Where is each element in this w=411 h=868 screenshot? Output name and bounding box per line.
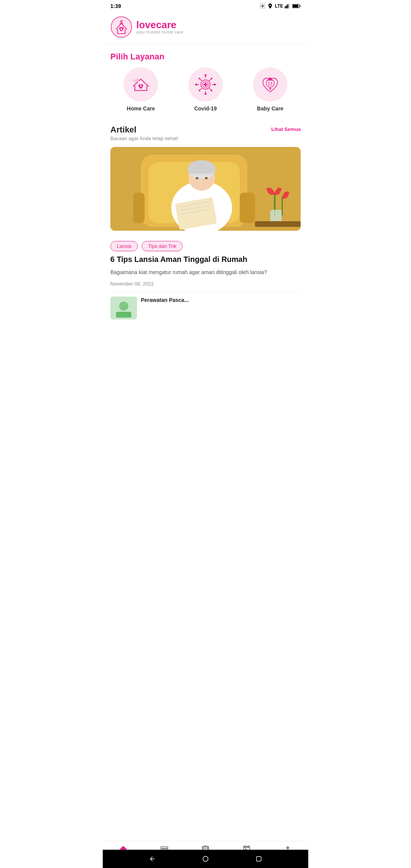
- svg-rect-6: [300, 5, 301, 7]
- svg-point-11: [120, 20, 123, 23]
- artikel-title: Artikel: [110, 125, 178, 135]
- article-card-1[interactable]: Lansia Tips dan Trik 6 Tips Lansia Aman …: [103, 147, 308, 287]
- artikel-section: Artikel Bacaan agar Anda tetap sehat! Li…: [103, 121, 308, 325]
- logo-text: lovecare your trusted home care: [136, 20, 183, 34]
- article-image-container: [110, 147, 301, 231]
- article-tags: Lansia Tips dan Trik: [110, 236, 301, 254]
- svg-rect-14: [140, 86, 142, 86]
- settings-icon: [260, 3, 266, 9]
- recent-square-icon: [256, 856, 262, 862]
- article-main-title-1: 6 Tips Lansia Aman Tinggal di Rumah: [110, 254, 301, 264]
- svg-point-24: [204, 93, 206, 95]
- svg-rect-50: [240, 193, 255, 223]
- android-back-button[interactable]: [148, 855, 156, 863]
- logo-sub-text: your trusted home care: [136, 30, 183, 34]
- svg-point-17: [133, 79, 135, 82]
- baby-care-svg: [257, 71, 284, 98]
- app-header: lovecare your trusted home care: [103, 12, 308, 44]
- services-row: Home Care: [103, 67, 308, 121]
- location-icon: [267, 3, 273, 9]
- android-recent-button[interactable]: [255, 855, 263, 863]
- svg-point-22: [204, 74, 206, 76]
- article-content-1: Lansia Tips dan Trik 6 Tips Lansia Aman …: [103, 236, 308, 287]
- svg-point-0: [262, 5, 263, 7]
- svg-rect-10: [120, 29, 123, 29]
- svg-point-42: [268, 82, 270, 84]
- status-bar: 1:39 LTE: [103, 0, 308, 12]
- battery-icon: [292, 4, 301, 8]
- next-thumb-img: [110, 297, 137, 319]
- artikel-title-group: Artikel Bacaan agar Anda tetap sehat!: [110, 125, 178, 141]
- home-care-svg: [127, 71, 154, 98]
- home-care-icon-wrapper: [124, 67, 158, 102]
- svg-point-43: [271, 82, 272, 84]
- artikel-header: Artikel Bacaan agar Anda tetap sehat! Li…: [103, 121, 308, 143]
- svg-point-12: [128, 72, 154, 97]
- logo-main-text: lovecare: [136, 20, 183, 30]
- svg-point-8: [111, 17, 132, 37]
- article-date-1: November 08, 2022: [110, 281, 301, 287]
- article-desc-1: Bagaimana kiat mengatur rumah agar aman …: [110, 268, 301, 276]
- next-article-thumb: [110, 297, 137, 319]
- android-home-button[interactable]: [202, 855, 209, 863]
- home-care-label: Home Care: [127, 105, 155, 112]
- home-circle-icon: [202, 855, 209, 862]
- svg-point-41: [269, 78, 272, 80]
- svg-rect-66: [116, 312, 131, 318]
- svg-point-34: [211, 78, 212, 79]
- svg-rect-61: [282, 196, 283, 215]
- svg-point-30: [199, 78, 200, 79]
- lihat-semua-button[interactable]: Lihat Semua: [271, 125, 301, 132]
- svg-rect-1: [285, 6, 286, 8]
- svg-rect-63: [255, 221, 301, 227]
- signal-icon: [285, 3, 291, 9]
- covid19-label: Covid-19: [194, 105, 217, 112]
- svg-point-65: [119, 302, 128, 311]
- svg-rect-45: [269, 88, 271, 89]
- artikel-subtitle: Bacaan agar Anda tetap sehat!: [110, 136, 178, 141]
- next-article-text-area: Perawatan Pasca...: [141, 297, 301, 304]
- tag-lansia[interactable]: Lansia: [110, 241, 138, 251]
- back-triangle-icon: [149, 855, 156, 862]
- android-nav-bar: [103, 850, 308, 868]
- logo-icon: [110, 16, 132, 38]
- svg-point-16: [135, 78, 140, 82]
- svg-rect-68: [256, 857, 261, 861]
- svg-rect-49: [133, 193, 145, 223]
- svg-point-55: [205, 177, 208, 179]
- svg-point-67: [203, 856, 208, 862]
- article-image-svg: [110, 147, 301, 231]
- svg-point-54: [196, 177, 199, 179]
- svg-point-28: [214, 83, 216, 85]
- next-article-hint[interactable]: Perawatan Pasca...: [103, 297, 308, 325]
- tag-tips[interactable]: Tips dan Trik: [142, 241, 183, 251]
- article-divider: [110, 292, 301, 293]
- next-article-title-hint: Perawatan Pasca...: [141, 297, 301, 304]
- svg-rect-4: [288, 4, 290, 8]
- svg-point-32: [211, 90, 212, 91]
- baby-care-label: Baby Care: [257, 105, 283, 112]
- network-type: LTE: [275, 3, 283, 9]
- pilih-layanan-section: Pilih Layanan: [103, 44, 308, 121]
- svg-rect-7: [293, 5, 298, 8]
- status-icons: LTE: [260, 3, 301, 9]
- svg-rect-3: [287, 4, 288, 8]
- svg-point-26: [195, 83, 197, 85]
- article-image: [110, 147, 301, 231]
- svg-rect-2: [286, 5, 287, 8]
- covid19-svg: [192, 71, 219, 98]
- svg-rect-38: [204, 84, 208, 85]
- status-time: 1:39: [110, 3, 121, 9]
- logo-container: lovecare your trusted home care: [110, 16, 301, 38]
- service-baby-care[interactable]: Baby Care: [241, 67, 299, 112]
- service-home-care[interactable]: Home Care: [112, 67, 170, 112]
- baby-care-icon-wrapper: [253, 67, 287, 102]
- covid19-icon-wrapper: [188, 67, 223, 102]
- pilih-layanan-title: Pilih Layanan: [103, 44, 308, 67]
- service-covid19[interactable]: Covid-19: [177, 67, 235, 112]
- svg-point-36: [199, 90, 200, 91]
